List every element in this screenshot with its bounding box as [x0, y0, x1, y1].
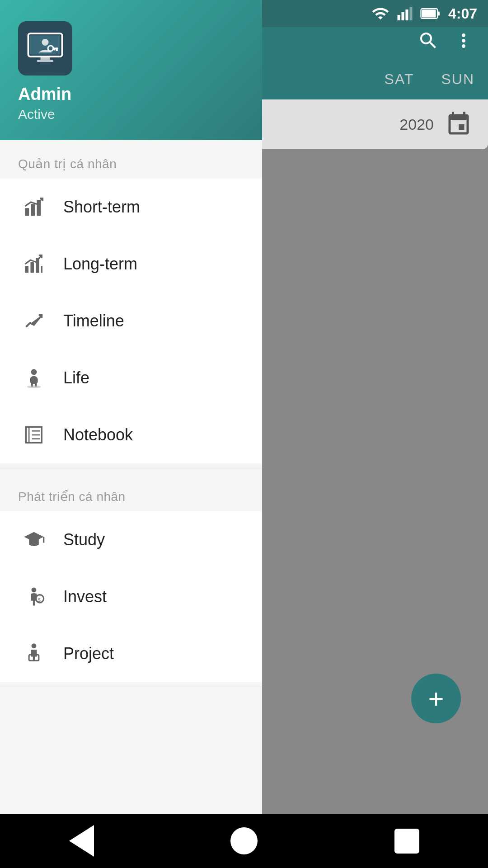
svg-rect-7 — [409, 7, 412, 20]
life-icon — [18, 362, 50, 394]
time-display: 4:07 — [448, 5, 477, 22]
section2-menu: Study $ Invest — [0, 511, 262, 682]
timeline-label: Timeline — [63, 311, 124, 330]
svg-rect-13 — [41, 57, 50, 60]
timeline-icon — [18, 305, 50, 337]
home-button[interactable] — [226, 823, 262, 859]
long-term-icon — [18, 248, 50, 280]
svg-rect-19 — [54, 48, 56, 51]
avatar — [18, 21, 72, 75]
invest-icon: $ — [18, 581, 50, 613]
recents-square-icon — [394, 829, 419, 854]
svg-rect-20 — [25, 208, 29, 216]
study-icon — [18, 524, 50, 556]
invest-label: Invest — [63, 587, 107, 606]
menu-item-short-term[interactable]: Short-term — [0, 179, 262, 236]
svg-point-27 — [31, 369, 37, 375]
drawer-username: Admin — [18, 85, 244, 104]
section2-label: Phát triển cá nhân — [0, 473, 262, 511]
menu-item-life[interactable]: Life — [0, 349, 262, 406]
menu-item-project[interactable]: Project — [0, 625, 262, 682]
life-label: Life — [63, 368, 89, 387]
svg-rect-24 — [30, 262, 34, 273]
more-icon[interactable] — [453, 30, 474, 56]
date-text: 2020 — [399, 116, 434, 133]
notebook-icon — [18, 419, 50, 451]
section1-label: Quản trị cá nhân — [0, 140, 262, 179]
svg-rect-14 — [37, 60, 53, 62]
status-bar-right: 4:07 — [371, 5, 477, 23]
calendar-icon[interactable] — [443, 108, 474, 140]
recents-button[interactable] — [389, 823, 425, 859]
svg-point-15 — [42, 39, 49, 46]
svg-point-39 — [33, 657, 35, 659]
svg-point-34 — [32, 587, 37, 592]
drawer-body: Quản trị cá nhân Short-term — [0, 140, 262, 868]
svg-rect-21 — [31, 204, 35, 216]
date-row: 2020 — [244, 99, 488, 149]
menu-item-notebook[interactable]: Notebook — [0, 406, 262, 463]
menu-item-timeline[interactable]: Timeline — [0, 292, 262, 349]
svg-point-28 — [27, 385, 41, 388]
drawer-status: Active — [18, 107, 244, 122]
short-term-label: Short-term — [63, 198, 140, 217]
days-row: SAT SUN — [244, 59, 488, 99]
fab-add-button[interactable]: + — [411, 674, 461, 723]
fab-plus-icon: + — [428, 683, 444, 714]
project-icon — [18, 638, 50, 670]
home-circle-icon — [230, 827, 258, 854]
notebook-label: Notebook — [63, 425, 133, 444]
menu-item-invest[interactable]: $ Invest — [0, 568, 262, 625]
section-divider — [0, 468, 262, 468]
study-label: Study — [63, 530, 105, 549]
back-button[interactable] — [63, 823, 99, 859]
battery-icon — [420, 5, 441, 22]
svg-rect-4 — [397, 15, 400, 20]
signal-icon — [397, 5, 413, 23]
drawer-header: Admin Active — [0, 0, 262, 140]
svg-rect-5 — [401, 12, 404, 20]
bottom-divider — [0, 687, 262, 687]
svg-rect-9 — [422, 10, 436, 18]
search-icon[interactable] — [418, 30, 439, 56]
short-term-icon — [18, 191, 50, 223]
svg-text:$: $ — [38, 597, 41, 603]
wifi-icon — [371, 5, 389, 23]
svg-rect-23 — [25, 266, 29, 273]
right-panel: SAT SUN 2020 — [244, 0, 488, 868]
back-triangle-icon — [69, 825, 94, 857]
svg-rect-10 — [437, 11, 440, 15]
project-label: Project — [63, 644, 114, 663]
sat-label: SAT — [385, 71, 414, 88]
menu-item-long-term[interactable]: Long-term — [0, 236, 262, 292]
long-term-label: Long-term — [63, 255, 137, 274]
svg-point-37 — [32, 643, 37, 648]
drawer: Admin Active Quản trị cá nhân Short-term — [0, 0, 262, 868]
svg-rect-18 — [56, 48, 58, 52]
sun-label: SUN — [441, 71, 474, 88]
section1-menu: Short-term Long-term — [0, 179, 262, 463]
svg-rect-6 — [405, 9, 408, 20]
menu-item-study[interactable]: Study — [0, 511, 262, 568]
nav-bar — [0, 814, 488, 868]
